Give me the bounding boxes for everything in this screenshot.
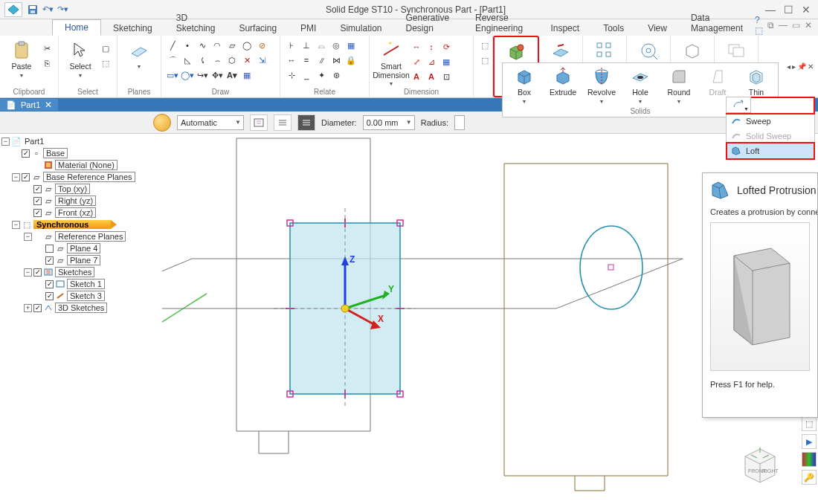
lock-icon[interactable]: 🔒 [344, 54, 358, 67]
conc-icon[interactable]: ◎ [329, 39, 343, 52]
poly-icon[interactable]: ⬡ [225, 54, 239, 67]
tab-inspect[interactable]: Inspect [538, 21, 591, 36]
diameter-input[interactable]: 0.00 mm▼ [363, 115, 415, 130]
strip-item-4[interactable]: 🔑 [802, 470, 817, 485]
command-indicator-icon[interactable] [153, 114, 171, 132]
move-icon[interactable]: ✥▾ [210, 68, 224, 82]
dim5-icon[interactable]: ⊿ [425, 55, 438, 68]
close-panel-icon[interactable]: ✕ [808, 62, 814, 74]
pb-opt2-button[interactable] [274, 114, 292, 131]
help-icon[interactable]: ?⬚ [755, 15, 763, 36]
tree-base-ref-planes[interactable]: −✓▱Base Reference Planes [0, 171, 162, 183]
dim6-icon[interactable]: ▦ [439, 55, 453, 68]
perp-icon[interactable]: ⊥ [300, 39, 313, 52]
draft-button[interactable]: Draft [702, 65, 733, 99]
rect-free-icon[interactable]: ▱ [225, 39, 239, 52]
maximize-button[interactable]: ☐ [781, 4, 796, 16]
tree-plane7[interactable]: ✓▱Plane 7 [0, 254, 162, 266]
connect-icon[interactable]: ⊦ [285, 39, 298, 52]
tab-tools[interactable]: Tools [591, 21, 636, 36]
col-icon[interactable]: ⎯ [300, 68, 313, 82]
copy-icon[interactable]: ⎘ [40, 56, 54, 70]
tab-3d-sketching[interactable]: 3D Sketching [164, 10, 228, 36]
window-close-icon[interactable]: ✕ [805, 20, 812, 30]
dim1-icon[interactable]: ↔ [410, 40, 423, 54]
relassist-icon[interactable]: ✦ [315, 68, 328, 82]
rect-icon[interactable]: ▭▾ [166, 68, 179, 82]
flyout-sweep[interactable]: Sweep [727, 114, 814, 129]
scroll-left-icon[interactable]: ◂ [787, 62, 790, 74]
tab-pmi[interactable]: PMI [289, 21, 328, 36]
tab-generative-design[interactable]: Generative Design [393, 10, 463, 36]
tree-plane-right[interactable]: ✓▱Right (yz) [0, 195, 162, 207]
minimize-button[interactable]: — [763, 4, 778, 16]
scroll-right-icon[interactable]: ▸ [792, 62, 796, 74]
save-icon[interactable] [27, 4, 39, 16]
tangent-icon[interactable]: ⌒ [166, 54, 179, 67]
strip-item-1[interactable]: ⬚ [802, 416, 817, 431]
close-button[interactable]: ✕ [799, 4, 814, 16]
sym-icon[interactable]: ⋈ [329, 54, 343, 67]
tree-ref-planes[interactable]: −▱Reference Planes [0, 230, 162, 242]
window-min-icon[interactable]: — [779, 20, 788, 30]
tree-plane-front[interactable]: ✓▱Front (xz) [0, 207, 162, 219]
dim4-icon[interactable]: ⤢ [410, 55, 423, 68]
select-opt2-icon[interactable]: ⬚ [99, 56, 112, 70]
section1-icon[interactable]: ⬚ [478, 39, 492, 52]
revolve-button[interactable]: Revolve▼ [586, 65, 617, 106]
dim2-icon[interactable]: ↕ [425, 40, 438, 54]
tab-close-icon[interactable]: ✕ [45, 100, 52, 110]
hv-icon[interactable]: ⊹ [285, 68, 298, 82]
arc-icon[interactable]: ◠ [210, 39, 224, 52]
hole-button[interactable]: Hole▼ [625, 65, 656, 106]
tree-sketch3[interactable]: ✓Sketch 3 [0, 290, 162, 302]
undo-icon[interactable]: ↶▾ [42, 4, 54, 16]
pin-icon[interactable]: 📌 [797, 62, 806, 74]
dim7-icon[interactable]: A [410, 70, 423, 83]
select-opt1-icon[interactable]: ▢ [99, 42, 112, 55]
tree-plane4[interactable]: ▱Plane 4 [0, 242, 162, 254]
app-menu-button[interactable] [4, 2, 22, 17]
section2-icon[interactable]: ⬚ [478, 54, 492, 67]
tree-base[interactable]: ✓▫Base [0, 147, 162, 159]
smart-dimension-button[interactable]: Smart Dimension▼ [374, 39, 408, 88]
dim8-icon[interactable]: A [425, 70, 438, 83]
window-max-icon[interactable]: ▭ [792, 20, 800, 30]
tree-sketches[interactable]: −✓Sketches [0, 266, 162, 278]
round-button[interactable]: Round▼ [663, 65, 695, 106]
extrude-button[interactable]: Extrude [547, 65, 579, 99]
rigid-icon[interactable]: ▦ [344, 39, 358, 52]
document-tab-part1[interactable]: 📄 Part1 ✕ [0, 99, 58, 111]
paste-button[interactable]: Paste▼ [4, 39, 39, 80]
tab-sketching[interactable]: Sketching [101, 21, 164, 36]
equal-icon[interactable]: = [300, 54, 313, 67]
par-icon[interactable]: ⫽ [315, 54, 328, 67]
circle-icon[interactable]: ◯ [240, 39, 254, 52]
construction-icon[interactable]: ⊘ [255, 39, 268, 52]
proj-icon[interactable]: ⇲ [255, 54, 268, 67]
tree-material[interactable]: Material (None) [0, 159, 162, 171]
chamfer-icon[interactable]: ◺ [181, 54, 194, 67]
view-cube[interactable]: FRONT RIGHT [738, 442, 781, 485]
flyout-spin-button[interactable]: ▼ [726, 97, 751, 113]
tab-simulation[interactable]: Simulation [328, 21, 393, 36]
redo-icon[interactable]: ↷▾ [57, 4, 68, 16]
region-icon[interactable]: ▦ [240, 68, 254, 82]
radius-input[interactable] [454, 115, 465, 130]
pb-opt3-button[interactable] [297, 114, 315, 131]
tab-reverse-engineering[interactable]: Reverse Engineering [463, 10, 538, 36]
tab-view[interactable]: View [636, 21, 679, 36]
tree-root[interactable]: −📄Part1 [0, 135, 162, 147]
tan-icon[interactable]: ⌓ [315, 39, 328, 52]
arc3-icon[interactable]: ⤹ [196, 54, 209, 67]
point-icon[interactable]: • [181, 39, 194, 52]
tree-plane-top[interactable]: ✓▱Top (xy) [0, 183, 162, 195]
dim3-icon[interactable]: ⟳ [439, 40, 453, 54]
box-button[interactable]: Box▼ [509, 65, 540, 106]
tree-sketch1[interactable]: ✓Sketch 1 [0, 278, 162, 290]
tab-data-management[interactable]: Data Management [679, 10, 755, 36]
tab-home[interactable]: Home [52, 19, 101, 36]
spline-icon[interactable]: ∿ [196, 39, 209, 52]
tab-surfacing[interactable]: Surfacing [227, 21, 289, 36]
window-restore-icon[interactable]: ⧉ [767, 20, 774, 30]
